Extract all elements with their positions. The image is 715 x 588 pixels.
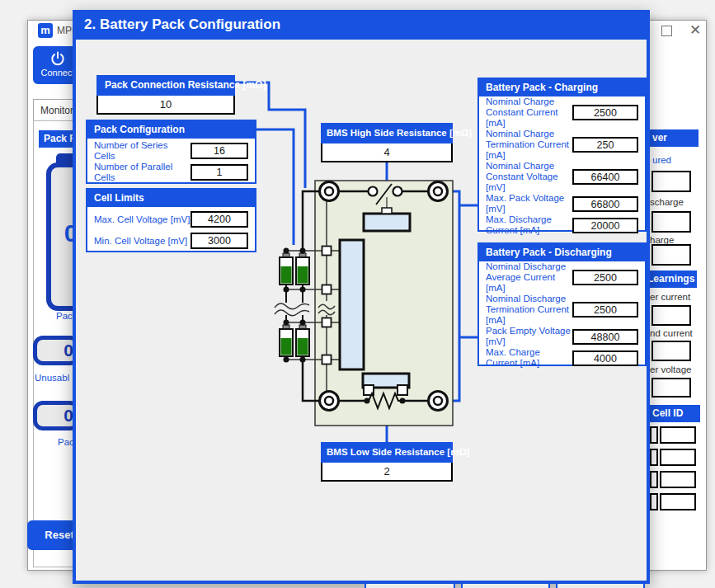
maximize-icon[interactable] xyxy=(661,26,672,36)
unusable-label: Unusabl xyxy=(35,373,78,383)
discharge-average-current-label: Nominal Discharge Average Current [mA] xyxy=(486,261,572,294)
min-cell-voltage-label: Min. Cell Voltage [mV] xyxy=(94,236,187,247)
charge-constant-current-field[interactable]: 2500 xyxy=(572,105,638,120)
mps-logo-icon: m xyxy=(38,23,53,38)
bms-low-side-field[interactable]: 2 xyxy=(321,463,453,482)
previous-button[interactable]: Previous xyxy=(365,582,455,588)
charge-termination-current-field[interactable]: 250 xyxy=(572,137,638,153)
current-label-1: er current xyxy=(650,292,699,302)
cancel-button[interactable]: Cancel xyxy=(461,582,550,588)
series-cells-field[interactable]: 16 xyxy=(191,143,248,159)
max-charge-current-label: Max. Charge Current [mA] xyxy=(486,347,572,369)
pack-connection-resistance-panel: Pack Connection Resistance [mΩ] 10 xyxy=(96,75,235,115)
charge-constant-current-label: Nominal Charge Constant Current [mA] xyxy=(486,96,572,129)
max-cell-voltage-label: Max. Cell Voltage [mV] xyxy=(94,214,190,225)
cell-limits-panel: Cell Limits Max. Cell Voltage [mV] 4200 … xyxy=(86,188,256,252)
charging-header: Battery Pack - Charging xyxy=(479,79,645,96)
measured-label: ured xyxy=(652,155,695,165)
close-icon[interactable]: ✕ xyxy=(689,21,701,39)
max-discharge-current-label: Max. Discharge Current [mA] xyxy=(486,214,572,236)
next-button[interactable]: Next xyxy=(556,582,645,588)
parallel-cells-field[interactable]: 1 xyxy=(191,164,248,181)
discharging-header: Battery Pack - Discharging xyxy=(479,244,645,261)
series-cells-label: Number of Series Cells xyxy=(94,140,191,162)
pack-empty-voltage-field[interactable]: 48800 xyxy=(572,329,638,345)
high-side-fet-block xyxy=(364,214,410,231)
discharge-termination-current-label: Nominal Discharge Termination Current [m… xyxy=(486,294,572,326)
current-label-2: nd current xyxy=(650,328,701,338)
learning-field-3[interactable] xyxy=(651,378,691,397)
discharge-field[interactable] xyxy=(651,211,691,233)
discharging-panel: Battery Pack - Discharging Nominal Disch… xyxy=(477,242,647,366)
battery-pack-configuration-dialog: 2. Battery Pack Configuration xyxy=(73,10,650,584)
cell-limits-header: Cell Limits xyxy=(87,190,255,207)
bms-ic-block xyxy=(340,240,364,369)
cell-id-cell xyxy=(660,471,696,488)
max-pack-voltage-label: Max. Pack Voltage [mV] xyxy=(486,193,572,214)
cell-id-cell xyxy=(650,471,658,488)
cell-id-cell xyxy=(650,426,658,444)
max-charge-current-field[interactable]: 4000 xyxy=(572,350,638,366)
cell-id-cell xyxy=(660,426,696,444)
max-discharge-current-field[interactable]: 20000 xyxy=(572,218,638,233)
bms-high-side-panel: BMS High Side Resistance [mΩ] 4 xyxy=(321,123,453,162)
bms-low-side-header: BMS Low Side Resistance [mΩ] xyxy=(321,442,453,463)
pack-empty-voltage-label: Pack Empty Voltage [mV] xyxy=(486,326,572,347)
bms-low-side-panel: BMS Low Side Resistance [mΩ] 2 xyxy=(321,442,453,482)
learning-field-1[interactable] xyxy=(651,305,691,326)
power-icon xyxy=(49,50,66,67)
learning-field-2[interactable] xyxy=(651,341,691,361)
dialog-title: 2. Battery Pack Configuration xyxy=(73,10,650,40)
charge-field[interactable] xyxy=(651,244,691,266)
right-section-header: ver xyxy=(650,129,699,147)
discharge-label: scharge xyxy=(650,197,698,207)
fet-gate-tab xyxy=(382,208,392,214)
charging-panel: Battery Pack - Charging Nominal Charge C… xyxy=(477,78,647,232)
min-cell-voltage-field[interactable]: 3000 xyxy=(191,233,248,249)
discharge-termination-current-field[interactable]: 2500 xyxy=(572,302,638,318)
max-pack-voltage-field[interactable]: 66800 xyxy=(572,196,638,212)
bms-high-side-field[interactable]: 4 xyxy=(321,143,453,162)
discharge-average-current-field[interactable]: 2500 xyxy=(572,270,638,285)
pack-connection-header: Pack Connection Resistance [mΩ] xyxy=(96,75,235,96)
measured-field[interactable] xyxy=(651,171,691,192)
battery-cells xyxy=(280,248,309,363)
dialog-body: Pack Connection Resistance [mΩ] 10 Pack … xyxy=(73,40,650,584)
cell-id-cell xyxy=(660,449,696,466)
parallel-cells-label: Number of Parallel Cells xyxy=(94,162,191,183)
charge-constant-voltage-label: Nominal Charge Constant Voltage [mV] xyxy=(486,161,572,193)
cell-id-cell xyxy=(650,493,658,510)
screen: m MPF4279 ✕ Connect Monitoring Pack Re 0… xyxy=(0,0,715,588)
learnings-header: Learnings xyxy=(647,270,697,288)
pack-configuration-header: Pack Configuration xyxy=(87,121,255,139)
voltage-label: er voltage xyxy=(650,365,699,374)
cell-id-cell xyxy=(660,493,696,510)
cell-id-cell xyxy=(650,449,658,466)
pack-connection-field[interactable]: 10 xyxy=(96,96,235,115)
max-cell-voltage-field[interactable]: 4200 xyxy=(191,211,248,228)
bms-high-side-header: BMS High Side Resistance [mΩ] xyxy=(321,123,453,143)
charge-constant-voltage-field[interactable]: 66400 xyxy=(572,169,638,185)
pack-configuration-panel: Pack Configuration Number of Series Cell… xyxy=(86,120,256,184)
charge-termination-current-label: Nominal Charge Termination Current [mA] xyxy=(486,129,572,161)
cell-id-header: Cell ID xyxy=(648,405,700,422)
